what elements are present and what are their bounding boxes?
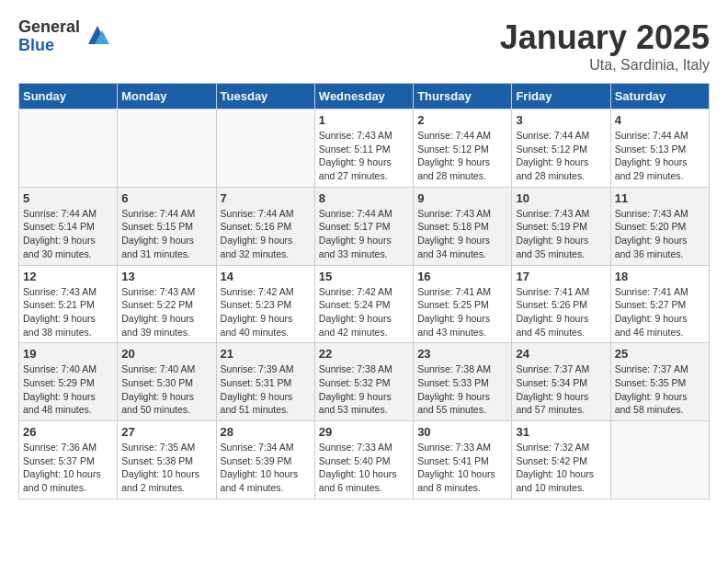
day-number: 16 bbox=[417, 270, 507, 283]
day-info: Sunrise: 7:44 AM Sunset: 5:17 PM Dayligh… bbox=[319, 207, 409, 261]
calendar-day-26: 26Sunrise: 7:36 AM Sunset: 5:37 PM Dayli… bbox=[19, 421, 118, 500]
calendar-day-25: 25Sunrise: 7:37 AM Sunset: 5:35 PM Dayli… bbox=[610, 343, 709, 421]
calendar-day-1: 1Sunrise: 7:43 AM Sunset: 5:11 PM Daylig… bbox=[314, 109, 413, 188]
calendar-day-10: 10Sunrise: 7:43 AM Sunset: 5:19 PM Dayli… bbox=[512, 187, 610, 265]
calendar-day-2: 2Sunrise: 7:44 AM Sunset: 5:12 PM Daylig… bbox=[414, 109, 512, 188]
day-number: 18 bbox=[615, 270, 705, 283]
calendar-day-3: 3Sunrise: 7:44 AM Sunset: 5:12 PM Daylig… bbox=[512, 109, 610, 188]
day-number: 15 bbox=[319, 270, 409, 283]
day-number: 20 bbox=[121, 347, 211, 361]
day-info: Sunrise: 7:40 AM Sunset: 5:30 PM Dayligh… bbox=[121, 362, 211, 417]
day-info: Sunrise: 7:38 AM Sunset: 5:32 PM Dayligh… bbox=[319, 362, 409, 417]
calendar-day-23: 23Sunrise: 7:38 AM Sunset: 5:33 PM Dayli… bbox=[414, 343, 512, 421]
logo-general-text: General bbox=[18, 18, 80, 37]
calendar-day-28: 28Sunrise: 7:34 AM Sunset: 5:39 PM Dayli… bbox=[216, 421, 314, 500]
calendar-day-empty bbox=[610, 421, 709, 500]
day-info: Sunrise: 7:43 AM Sunset: 5:22 PM Dayligh… bbox=[121, 285, 211, 339]
calendar-day-27: 27Sunrise: 7:35 AM Sunset: 5:38 PM Dayli… bbox=[118, 421, 216, 500]
day-info: Sunrise: 7:41 AM Sunset: 5:27 PM Dayligh… bbox=[615, 285, 705, 339]
calendar-week-row: 26Sunrise: 7:36 AM Sunset: 5:37 PM Dayli… bbox=[19, 421, 710, 500]
weekday-header-friday: Friday bbox=[512, 84, 610, 109]
calendar-day-24: 24Sunrise: 7:37 AM Sunset: 5:34 PM Dayli… bbox=[512, 343, 610, 421]
day-number: 17 bbox=[516, 270, 606, 283]
day-number: 8 bbox=[319, 191, 409, 205]
day-info: Sunrise: 7:41 AM Sunset: 5:25 PM Dayligh… bbox=[417, 285, 507, 339]
day-number: 14 bbox=[221, 270, 311, 283]
calendar-day-17: 17Sunrise: 7:41 AM Sunset: 5:26 PM Dayli… bbox=[512, 265, 610, 343]
calendar-day-empty bbox=[118, 109, 216, 188]
day-info: Sunrise: 7:33 AM Sunset: 5:40 PM Dayligh… bbox=[319, 441, 409, 495]
calendar-day-16: 16Sunrise: 7:41 AM Sunset: 5:25 PM Dayli… bbox=[414, 265, 512, 343]
calendar-day-empty bbox=[19, 109, 118, 188]
month-title: January 2025 bbox=[500, 18, 710, 57]
weekday-header-sunday: Sunday bbox=[19, 84, 118, 109]
day-number: 26 bbox=[23, 425, 113, 439]
day-info: Sunrise: 7:42 AM Sunset: 5:23 PM Dayligh… bbox=[221, 285, 311, 339]
page-header: General Blue January 2025 Uta, Sardinia,… bbox=[18, 18, 710, 74]
calendar-day-30: 30Sunrise: 7:33 AM Sunset: 5:41 PM Dayli… bbox=[414, 421, 512, 500]
day-info: Sunrise: 7:41 AM Sunset: 5:26 PM Dayligh… bbox=[516, 285, 606, 339]
day-number: 5 bbox=[23, 191, 113, 205]
day-info: Sunrise: 7:34 AM Sunset: 5:39 PM Dayligh… bbox=[221, 441, 311, 495]
calendar-day-5: 5Sunrise: 7:44 AM Sunset: 5:14 PM Daylig… bbox=[19, 187, 118, 265]
day-info: Sunrise: 7:32 AM Sunset: 5:42 PM Dayligh… bbox=[516, 441, 606, 495]
day-number: 7 bbox=[221, 191, 311, 205]
day-info: Sunrise: 7:44 AM Sunset: 5:13 PM Dayligh… bbox=[615, 129, 705, 183]
weekday-header-thursday: Thursday bbox=[414, 84, 512, 109]
day-info: Sunrise: 7:44 AM Sunset: 5:12 PM Dayligh… bbox=[516, 129, 606, 183]
day-number: 30 bbox=[417, 425, 507, 439]
day-info: Sunrise: 7:44 AM Sunset: 5:16 PM Dayligh… bbox=[221, 207, 311, 261]
calendar-header-row: SundayMondayTuesdayWednesdayThursdayFrid… bbox=[19, 84, 710, 109]
day-number: 19 bbox=[23, 347, 113, 361]
calendar-day-8: 8Sunrise: 7:44 AM Sunset: 5:17 PM Daylig… bbox=[314, 187, 413, 265]
logo-icon bbox=[84, 21, 111, 52]
day-info: Sunrise: 7:43 AM Sunset: 5:11 PM Dayligh… bbox=[319, 129, 409, 183]
title-block: January 2025 Uta, Sardinia, Italy bbox=[500, 18, 710, 74]
day-number: 22 bbox=[319, 347, 409, 361]
day-number: 24 bbox=[516, 347, 606, 361]
day-number: 25 bbox=[615, 347, 705, 361]
day-info: Sunrise: 7:43 AM Sunset: 5:20 PM Dayligh… bbox=[615, 207, 705, 261]
day-number: 23 bbox=[417, 347, 507, 361]
calendar-day-12: 12Sunrise: 7:43 AM Sunset: 5:21 PM Dayli… bbox=[19, 265, 118, 343]
weekday-header-saturday: Saturday bbox=[610, 84, 709, 109]
day-info: Sunrise: 7:42 AM Sunset: 5:24 PM Dayligh… bbox=[319, 285, 409, 339]
day-number: 6 bbox=[121, 191, 211, 205]
day-number: 28 bbox=[221, 425, 311, 439]
location-title: Uta, Sardinia, Italy bbox=[500, 57, 710, 74]
day-info: Sunrise: 7:38 AM Sunset: 5:33 PM Dayligh… bbox=[417, 362, 507, 417]
day-number: 12 bbox=[23, 270, 113, 283]
day-info: Sunrise: 7:33 AM Sunset: 5:41 PM Dayligh… bbox=[417, 441, 507, 495]
day-number: 11 bbox=[615, 191, 705, 205]
day-number: 13 bbox=[121, 270, 211, 283]
calendar-day-14: 14Sunrise: 7:42 AM Sunset: 5:23 PM Dayli… bbox=[216, 265, 314, 343]
day-number: 21 bbox=[221, 347, 311, 361]
calendar-day-18: 18Sunrise: 7:41 AM Sunset: 5:27 PM Dayli… bbox=[610, 265, 709, 343]
calendar-day-22: 22Sunrise: 7:38 AM Sunset: 5:32 PM Dayli… bbox=[314, 343, 413, 421]
day-info: Sunrise: 7:44 AM Sunset: 5:14 PM Dayligh… bbox=[23, 207, 113, 261]
calendar-body: 1Sunrise: 7:43 AM Sunset: 5:11 PM Daylig… bbox=[19, 109, 710, 500]
calendar-day-13: 13Sunrise: 7:43 AM Sunset: 5:22 PM Dayli… bbox=[118, 265, 216, 343]
calendar-day-19: 19Sunrise: 7:40 AM Sunset: 5:29 PM Dayli… bbox=[19, 343, 118, 421]
day-info: Sunrise: 7:44 AM Sunset: 5:12 PM Dayligh… bbox=[417, 129, 507, 183]
calendar-day-15: 15Sunrise: 7:42 AM Sunset: 5:24 PM Dayli… bbox=[314, 265, 413, 343]
calendar-day-9: 9Sunrise: 7:43 AM Sunset: 5:18 PM Daylig… bbox=[414, 187, 512, 265]
calendar-day-20: 20Sunrise: 7:40 AM Sunset: 5:30 PM Dayli… bbox=[118, 343, 216, 421]
day-info: Sunrise: 7:43 AM Sunset: 5:19 PM Dayligh… bbox=[516, 207, 606, 261]
calendar-day-11: 11Sunrise: 7:43 AM Sunset: 5:20 PM Dayli… bbox=[610, 187, 709, 265]
calendar-day-21: 21Sunrise: 7:39 AM Sunset: 5:31 PM Dayli… bbox=[216, 343, 314, 421]
calendar-day-31: 31Sunrise: 7:32 AM Sunset: 5:42 PM Dayli… bbox=[512, 421, 610, 500]
calendar-week-row: 5Sunrise: 7:44 AM Sunset: 5:14 PM Daylig… bbox=[19, 187, 710, 265]
day-info: Sunrise: 7:36 AM Sunset: 5:37 PM Dayligh… bbox=[23, 441, 113, 495]
calendar-day-29: 29Sunrise: 7:33 AM Sunset: 5:40 PM Dayli… bbox=[314, 421, 413, 500]
day-number: 1 bbox=[319, 113, 409, 127]
calendar-day-empty bbox=[216, 109, 314, 188]
day-info: Sunrise: 7:37 AM Sunset: 5:34 PM Dayligh… bbox=[516, 362, 606, 417]
weekday-header-monday: Monday bbox=[118, 84, 216, 109]
day-number: 3 bbox=[516, 113, 606, 127]
logo: General Blue bbox=[18, 18, 111, 55]
day-number: 9 bbox=[417, 191, 507, 205]
calendar-table: SundayMondayTuesdayWednesdayThursdayFrid… bbox=[18, 83, 710, 500]
calendar-day-6: 6Sunrise: 7:44 AM Sunset: 5:15 PM Daylig… bbox=[118, 187, 216, 265]
logo-blue-text: Blue bbox=[18, 37, 80, 55]
